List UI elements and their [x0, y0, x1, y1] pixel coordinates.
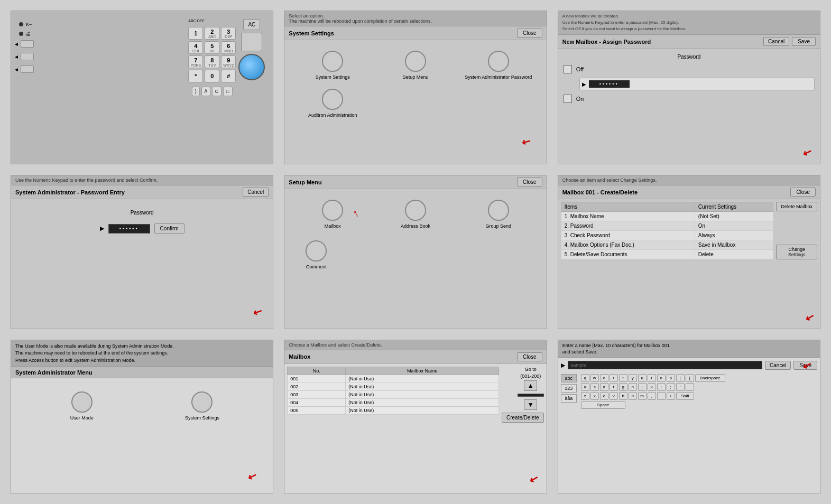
key-z[interactable]: z: [581, 392, 589, 400]
key-3[interactable]: 3DEF: [221, 27, 236, 40]
key-a[interactable]: a: [581, 383, 589, 391]
option-system-settings[interactable]: System Settings: [295, 51, 370, 81]
key-6[interactable]: 6MNO: [221, 41, 236, 54]
key-g[interactable]: g: [619, 383, 627, 391]
ac-button[interactable]: AC: [243, 19, 260, 30]
change-settings-button[interactable]: ChangeSettings: [776, 245, 817, 259]
key-bracket-open[interactable]: [: [676, 374, 685, 382]
mode-aaa[interactable]: àâa: [561, 394, 577, 403]
key-d[interactable]: d: [600, 383, 608, 391]
key-0[interactable]: 0: [205, 70, 219, 82]
key-c-letter[interactable]: c: [600, 392, 608, 400]
mailbox-list-close-button[interactable]: Close: [517, 352, 542, 361]
key-c[interactable]: C: [212, 87, 222, 96]
key-5[interactable]: 5JKL: [205, 41, 219, 54]
side-btn-1[interactable]: [21, 40, 34, 48]
create-delete-button[interactable]: Create/Delete: [502, 413, 544, 423]
off-checkbox[interactable]: [564, 65, 572, 73]
mailbox-row-005[interactable]: 005 (Not in Use): [288, 406, 499, 414]
shift-key[interactable]: Shift: [676, 392, 694, 400]
key-2[interactable]: 2ABC: [205, 27, 219, 40]
key-f[interactable]: f: [610, 383, 618, 391]
create-delete-close-button[interactable]: Close: [790, 188, 816, 197]
key-w[interactable]: w: [590, 374, 599, 382]
key-paren[interactable]: ): [192, 87, 200, 96]
pw-input[interactable]: ••••••: [108, 224, 150, 234]
mode-123[interactable]: 123: [561, 384, 577, 393]
key-v[interactable]: v: [610, 392, 618, 400]
key-hash[interactable]: #: [221, 70, 236, 82]
key-t[interactable]: t: [619, 374, 627, 382]
key-4[interactable]: 4GHI: [188, 41, 203, 54]
key-semi[interactable]: ;: [667, 383, 675, 391]
key-q[interactable]: q: [581, 374, 589, 382]
key-8[interactable]: 8TUV: [205, 55, 219, 68]
setup-menu-close-button[interactable]: Close: [517, 178, 542, 186]
space-key[interactable]: Space: [581, 401, 626, 409]
key-n[interactable]: n: [629, 392, 637, 400]
key-p[interactable]: p: [667, 374, 675, 382]
key-box[interactable]: □: [223, 87, 232, 96]
start-button[interactable]: [238, 54, 265, 80]
mailbox-row-001[interactable]: 001 (Not in Use): [288, 375, 499, 382]
key-i[interactable]: i: [648, 374, 656, 382]
mailbox-row-002[interactable]: 002 (Not in Use): [288, 382, 499, 390]
key-dot[interactable]: .: [686, 383, 694, 391]
option-sysadmin-password[interactable]: System Administrator Password: [461, 51, 536, 81]
key-7[interactable]: 7PORS: [188, 55, 203, 68]
key-b[interactable]: b: [619, 392, 627, 400]
name-text-input[interactable]: [568, 361, 762, 369]
new-mailbox-save-button[interactable]: Save: [792, 37, 816, 46]
key-m[interactable]: m: [638, 392, 647, 400]
backspace-key[interactable]: Backspace: [695, 374, 725, 382]
name-entry-header: Enter a name (Max. 10 characters) for Ma…: [558, 340, 820, 358]
key-y[interactable]: y: [629, 374, 637, 382]
key-e[interactable]: e: [600, 374, 608, 382]
key-star[interactable]: *: [188, 70, 203, 82]
key-period[interactable]: .: [657, 392, 666, 400]
key-bracket-close[interactable]: ]: [686, 374, 694, 382]
option-mailbox[interactable]: Mailbox: [295, 200, 370, 230]
side-btn-2[interactable]: [21, 53, 34, 60]
pw-confirm-button[interactable]: Confirm: [154, 223, 184, 234]
key-h[interactable]: h: [629, 383, 637, 391]
new-mailbox-cancel-button[interactable]: Cancel: [763, 37, 789, 46]
option-system-settings-2[interactable]: System Settings: [147, 391, 257, 422]
key-s[interactable]: s: [590, 383, 599, 391]
delete-mailbox-button[interactable]: Delete Mailbox: [776, 202, 817, 211]
option-setup-menu[interactable]: Setup Menu: [378, 51, 453, 81]
option-circle-2: [405, 51, 426, 72]
key-r[interactable]: r: [610, 374, 618, 382]
key-u[interactable]: u: [638, 374, 647, 382]
mailbox-row-004[interactable]: 004 (Not in Use): [288, 398, 499, 406]
key-apos[interactable]: ': [676, 383, 685, 391]
pw-entry-cancel-button[interactable]: Cancel: [243, 188, 269, 197]
key-1[interactable]: 1: [188, 27, 203, 40]
nav-down-button[interactable]: ▼: [524, 399, 537, 410]
key-comma[interactable]: ,: [648, 392, 656, 400]
on-checkbox[interactable]: [564, 95, 572, 103]
option-group-send[interactable]: Group Send: [461, 200, 536, 230]
nav-up-button[interactable]: ▲: [524, 380, 537, 391]
system-settings-close-button[interactable]: Close: [517, 29, 542, 38]
key-slash[interactable]: /: [667, 392, 675, 400]
option-user-mode[interactable]: User Mode: [27, 391, 137, 422]
name-cancel-button[interactable]: Cancel: [765, 361, 791, 370]
key-j[interactable]: j: [638, 383, 647, 391]
key-k[interactable]: k: [648, 383, 656, 391]
key-9[interactable]: 9WXYZ: [221, 55, 236, 68]
key-o[interactable]: o: [657, 374, 666, 382]
key-l[interactable]: l: [657, 383, 666, 391]
goto-input[interactable]: [518, 394, 544, 397]
key-double-slash[interactable]: //: [201, 87, 210, 96]
pw-dots[interactable]: ••••••: [589, 80, 630, 88]
option-comment[interactable]: Comment: [295, 240, 337, 270]
mode-abc[interactable]: abc: [561, 374, 577, 382]
mailbox-row-003[interactable]: 003 (Not in Use): [288, 390, 499, 398]
option-auditron[interactable]: Auditron Administration: [295, 89, 370, 119]
name-save-button[interactable]: Save: [793, 361, 817, 370]
setup-menu-title-bar: Setup Menu Close: [284, 175, 546, 189]
option-address-book[interactable]: Address Book: [378, 200, 453, 230]
side-btn-3[interactable]: [21, 66, 34, 73]
key-x[interactable]: x: [590, 392, 599, 400]
